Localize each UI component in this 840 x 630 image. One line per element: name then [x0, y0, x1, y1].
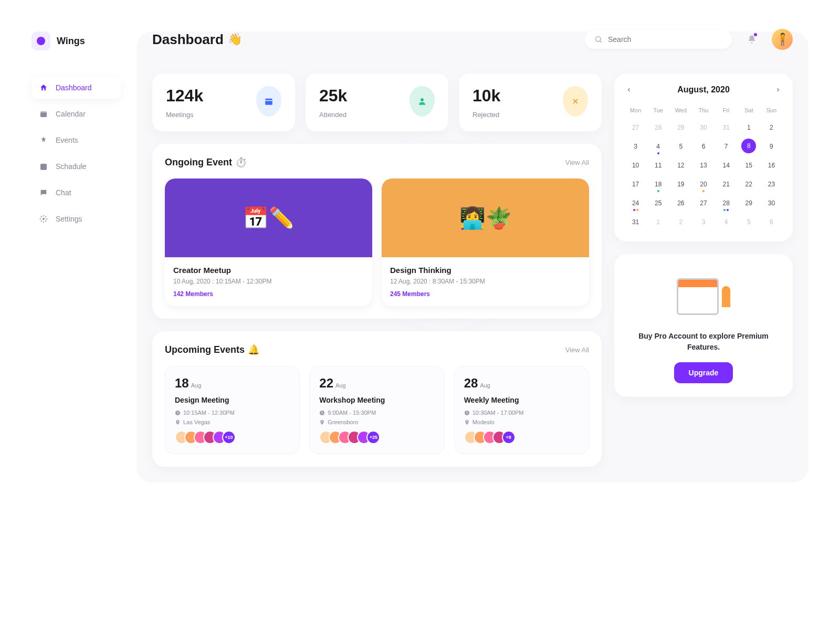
nav-item-schadule[interactable]: Schadule	[32, 155, 121, 177]
nav-item-settings[interactable]: Settings	[32, 208, 121, 230]
nav-item-calendar[interactable]: Calendar	[32, 103, 121, 125]
cal-dow: Sat	[739, 104, 759, 117]
up-month: Aug	[191, 382, 202, 388]
search-icon	[594, 35, 603, 44]
cal-dow: Tue	[648, 104, 668, 117]
cal-day[interactable]: 31	[717, 120, 736, 135]
up-time: 10:30AM - 17:00PM	[464, 410, 579, 416]
up-month: Aug	[480, 382, 490, 388]
user-avatar[interactable]: 🧍	[772, 29, 793, 50]
cal-day[interactable]: 6	[762, 214, 781, 230]
header: Dashboard 👋 🧍	[136, 24, 808, 55]
cal-day[interactable]: 20	[694, 176, 713, 192]
nav-item-chat[interactable]: Chat	[32, 182, 121, 204]
svg-point-5	[43, 218, 45, 220]
nav-item-events[interactable]: Events	[32, 129, 121, 151]
cal-day[interactable]: 3	[626, 139, 645, 154]
cal-day[interactable]: 13	[694, 158, 713, 173]
user-icon	[410, 86, 435, 117]
cal-day[interactable]: 11	[648, 158, 668, 173]
clock-icon	[464, 410, 470, 416]
cal-day[interactable]: 2	[762, 120, 781, 135]
cal-day[interactable]: 4	[648, 139, 668, 154]
nav-label: Dashboard	[56, 83, 92, 92]
search-input[interactable]	[608, 35, 722, 44]
cal-day[interactable]: 26	[671, 195, 690, 211]
nav-item-dashboard[interactable]: Dashboard	[32, 77, 121, 99]
cal-day[interactable]: 19	[671, 176, 690, 192]
ongoing-view-all[interactable]: View All	[565, 159, 589, 166]
cal-day[interactable]: 12	[671, 158, 690, 173]
sidebar: Wings DashboardCalendarEventsSchaduleCha…	[32, 32, 121, 482]
cal-day[interactable]: 14	[717, 158, 736, 173]
stat-label: Meetings	[166, 111, 203, 119]
event-card[interactable]: 👩‍💻🪴Design Thinking12 Aug, 2020 : 8:30AM…	[382, 178, 589, 306]
stopwatch-emoji: ⏱️	[235, 156, 247, 168]
cal-day[interactable]: 1	[739, 120, 759, 135]
calendar-icon	[256, 86, 281, 117]
member-avatars: +8	[464, 430, 579, 444]
cal-day[interactable]: 31	[626, 214, 645, 230]
cal-day[interactable]: 29	[739, 195, 759, 211]
cal-day[interactable]: 27	[626, 120, 645, 135]
event-time: 12 Aug, 2020 : 8:30AM - 15:30PM	[390, 278, 581, 285]
cal-day[interactable]: 9	[762, 139, 781, 154]
calendar-next[interactable]	[775, 87, 781, 93]
cal-day[interactable]: 28	[648, 120, 668, 135]
cal-day[interactable]: 4	[717, 214, 736, 230]
cal-day[interactable]: 23	[762, 176, 781, 192]
stat-card-rejected[interactable]: 10kRejected	[459, 74, 602, 131]
pin-icon	[464, 419, 470, 425]
logo[interactable]: Wings	[32, 32, 121, 50]
cal-day[interactable]: 15	[739, 158, 759, 173]
event-time: 10 Aug, 2020 : 10:15AM - 12:30PM	[173, 278, 364, 285]
member-avatars: +25	[319, 430, 434, 444]
up-time: 9:00AM - 15:30PM	[319, 410, 434, 416]
events-icon	[39, 135, 48, 145]
cal-day[interactable]: 10	[626, 158, 645, 173]
cal-day[interactable]: 25	[648, 195, 668, 211]
cal-day[interactable]: 18	[648, 176, 668, 192]
cal-day[interactable]: 27	[694, 195, 713, 211]
event-card[interactable]: 📅✏️Creator Meetup10 Aug, 2020 : 10:15AM …	[165, 178, 372, 306]
cal-day[interactable]: 21	[717, 176, 736, 192]
up-title: Workshop Meeting	[319, 396, 434, 404]
cal-day[interactable]: 28	[717, 195, 736, 211]
cal-day[interactable]: 17	[626, 176, 645, 192]
cal-day[interactable]: 1	[648, 214, 668, 230]
calendar-prev[interactable]	[626, 87, 632, 93]
upcoming-view-all[interactable]: View All	[565, 346, 589, 354]
stat-card-meetings[interactable]: 124kMeetings	[152, 74, 295, 131]
cal-day[interactable]: 22	[739, 176, 759, 192]
main: Dashboard 👋 🧍 124kMeetings25kAttended10k…	[136, 32, 808, 482]
upcoming-title: Upcoming Events 🔔	[165, 344, 259, 355]
cal-day[interactable]: 5	[671, 139, 690, 154]
promo-text: Buy Pro Account to explore Premium Featu…	[626, 331, 781, 353]
chat-icon	[39, 188, 48, 197]
stat-card-attended[interactable]: 25kAttended	[306, 74, 448, 131]
cal-day[interactable]: 16	[762, 158, 781, 173]
upgrade-button[interactable]: Upgrade	[674, 362, 733, 383]
upcoming-card[interactable]: 18AugDesign Meeting10:15AM - 12:30PMLas …	[165, 366, 300, 454]
event-illustration: 📅✏️	[165, 178, 372, 257]
cal-day[interactable]: 30	[694, 120, 713, 135]
search-box[interactable]	[585, 30, 732, 49]
cal-day[interactable]: 2	[671, 214, 690, 230]
notification-dot	[754, 33, 757, 36]
upcoming-card[interactable]: 28AugWeekly Meeting10:30AM - 17:00PMMode…	[454, 366, 589, 454]
cal-day[interactable]: 24	[626, 195, 645, 211]
cal-day[interactable]: 7	[717, 139, 736, 154]
cal-day[interactable]: 5	[739, 214, 759, 230]
ongoing-title: Ongoing Event ⏱️	[165, 156, 247, 168]
notifications-button[interactable]	[742, 30, 761, 49]
cal-day[interactable]: 3	[694, 214, 713, 230]
stat-value: 124k	[166, 86, 203, 106]
cal-day[interactable]: 8	[741, 139, 756, 153]
cal-day[interactable]: 30	[762, 195, 781, 211]
promo-card: Buy Pro Account to explore Premium Featu…	[614, 254, 793, 397]
upcoming-card[interactable]: 22AugWorkshop Meeting9:00AM - 15:30PMGre…	[309, 366, 444, 454]
cal-day[interactable]: 29	[671, 120, 690, 135]
event-title: Creator Meetup	[173, 266, 364, 275]
cal-day[interactable]: 6	[694, 139, 713, 154]
calendar-title: August, 2020	[677, 85, 730, 94]
